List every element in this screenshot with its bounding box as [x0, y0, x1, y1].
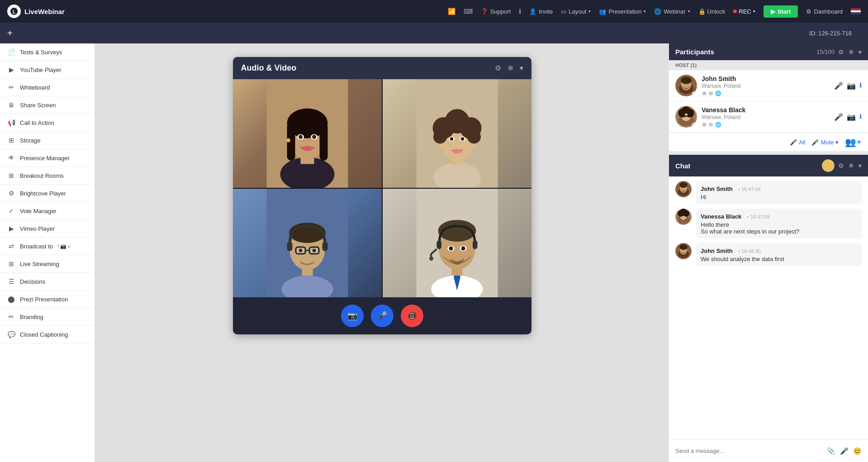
camera-action-vanessa[interactable]: 📷 [847, 113, 856, 121]
mute-button[interactable]: 🎤 Mute ▾ [811, 139, 839, 146]
video-cell-1 [233, 79, 382, 188]
video-chevron-icon[interactable]: ▾ [520, 64, 523, 72]
participants-pin-icon[interactable]: ❄ [849, 48, 854, 56]
support-nav[interactable]: ❓ Support [481, 8, 511, 15]
video-panel: Audio & Video ⚙ ❄ ▾ [233, 57, 531, 334]
svg-point-28 [452, 149, 462, 154]
hangup-button[interactable]: 📵 [401, 305, 423, 327]
chat-message-3: John Smith • 16:48:30 We should analyze … [675, 243, 862, 266]
add-participant-button[interactable]: 👥+ [845, 137, 862, 148]
chat-bubble-3: John Smith • 16:48:30 We should analyze … [696, 243, 862, 266]
webinar-nav[interactable]: 🌐 Webinar ▾ [654, 8, 690, 15]
start-button[interactable]: ▶ Start [764, 5, 798, 18]
svg-text:L: L [13, 9, 16, 14]
chat-pin-icon[interactable]: ❄ [849, 162, 854, 169]
participants-title: Participants [675, 48, 813, 56]
participant-actions-vanessa: 🎤 📷 ℹ [834, 113, 862, 121]
invite-nav[interactable]: 👤 Invite [529, 8, 553, 15]
vimeo-icon: ▶ [7, 225, 15, 232]
webinar-caret: ▾ [688, 9, 690, 14]
presentation-icon: 👥 [599, 8, 606, 15]
flag-icon[interactable] [851, 8, 861, 14]
participant-info-vanessa: Vanessa Black Warsaw, Poland 🖥 ⊞ 🌐 [702, 106, 830, 128]
svg-point-23 [467, 130, 481, 144]
sidebar-item-presence-manager[interactable]: 👁 Presence Manager [0, 149, 95, 167]
top-navigation: L LiveWebinar 📶 ⌨ ❓ Support ℹ 👤 Invite ▭… [0, 0, 868, 23]
sidebar-item-branding[interactable]: ✏ Branding [0, 308, 95, 326]
svg-point-13 [302, 146, 313, 151]
bottom-attachment-icon[interactable]: 📎 [827, 447, 835, 455]
closed-captioning-icon: 💬 [7, 331, 15, 338]
rec-dot-icon [733, 10, 737, 13]
dashboard-nav[interactable]: ⚙ Dashboard [806, 8, 843, 15]
sidebar-item-storage[interactable]: ⊞ Storage [0, 132, 95, 149]
info-action-vanessa[interactable]: ℹ [859, 113, 862, 121]
participant-location-john: Warsaw, Poland [702, 83, 830, 89]
presentation-nav[interactable]: 👥 Presentation ▾ [599, 8, 646, 15]
video-controls-bar: 📷 🎤 📵 [233, 297, 531, 334]
sidebar-item-broadcast[interactable]: ⇄ Broadcast to f 📸 v [0, 238, 95, 255]
chat-msg-header-1: John Smith • 16:47:04 [701, 185, 857, 193]
chat-avatar-john-1 [675, 181, 692, 197]
chat-panel-header: Chat ⚙ ❄ ▾ [669, 155, 868, 176]
svg-point-50 [461, 247, 465, 251]
mic-action-john[interactable]: 🎤 [834, 81, 843, 90]
bottom-chat-input[interactable] [675, 448, 822, 454]
rec-nav[interactable]: REC ▾ [733, 8, 755, 15]
mic-action-vanessa[interactable]: 🎤 [834, 113, 843, 121]
all-button[interactable]: 🎤 All [790, 139, 805, 146]
prezi-icon: ⬤ [7, 295, 15, 303]
chat-msg-header-2: Vanessa Black • 16:47:09 [701, 212, 857, 220]
camera-button[interactable]: 📷 [341, 305, 364, 327]
live-streaming-icon: ⊞ [7, 260, 15, 267]
sidebar-item-vote-manager[interactable]: ✓ Vote Manager [0, 202, 95, 220]
chat-avatar [822, 159, 835, 172]
sidebar-item-share-screen[interactable]: 🖥 Share Screen [0, 96, 95, 114]
video-panel-title: Audio & Video [241, 63, 495, 73]
right-panels: Participants 15/100 ⚙ ❄ ▾ HOST (1) [669, 43, 868, 462]
bottom-emoji-icon[interactable]: 😊 [853, 447, 862, 455]
chat-title: Chat [675, 162, 818, 170]
browser-device-icon-v: 🌐 [715, 122, 721, 128]
chat-settings-icon[interactable]: ⚙ [838, 162, 844, 169]
participant-name-vanessa: Vanessa Black [702, 106, 830, 114]
sidebar-item-prezi[interactable]: ⬤ Prezi Presentation [0, 291, 95, 308]
svg-point-53 [429, 257, 433, 261]
sidebar-item-call-to-action[interactable]: 📢 Call to Action [0, 114, 95, 132]
participants-settings-icon[interactable]: ⚙ [838, 48, 844, 56]
sidebar-item-brightcove-player[interactable]: ⚙ Brightcove Player [0, 185, 95, 202]
participant-row-vanessa: Vanessa Black Warsaw, Poland 🖥 ⊞ 🌐 🎤 📷 ℹ [669, 101, 868, 133]
logo[interactable]: L LiveWebinar [7, 5, 65, 18]
sidebar-item-breakout-rooms[interactable]: ⊞ Breakout Rooms [0, 167, 95, 185]
layout-nav[interactable]: ▭ Layout ▾ [561, 8, 591, 15]
info-icon[interactable]: ℹ [519, 8, 521, 15]
svg-point-65 [822, 159, 835, 172]
avatar-vanessa [675, 106, 697, 128]
content-area: Audio & Video ⚙ ❄ ▾ [95, 43, 669, 462]
chat-chevron-icon[interactable]: ▾ [859, 162, 862, 169]
video-pin-icon[interactable]: ❄ [508, 64, 513, 72]
add-widget-button[interactable]: + [7, 28, 13, 38]
info-action-john[interactable]: ℹ [859, 81, 862, 90]
bottom-mic-icon[interactable]: 🎤 [840, 447, 849, 455]
svg-point-64 [685, 114, 688, 116]
unlock-nav[interactable]: 🔒 Unlock [698, 8, 726, 15]
sidebar-item-youtube-player[interactable]: ▶ YouTube Player [0, 61, 95, 79]
microphone-button[interactable]: 🎤 [371, 305, 394, 327]
sidebar-item-whiteboard[interactable]: ✏ Whiteboard [0, 79, 95, 96]
svg-point-22 [433, 130, 447, 144]
camera-action-john[interactable]: 📷 [847, 81, 856, 90]
logo-text: LiveWebinar [24, 8, 65, 15]
start-icon: ▶ [771, 8, 775, 15]
sidebar-item-vimeo-player[interactable]: ▶ Vimeo Player [0, 220, 95, 238]
sidebar-item-tests-surveys[interactable]: 📄 Tests & Surveys [0, 43, 95, 61]
chat-bubble-1: John Smith • 16:47:04 Hi [696, 181, 862, 204]
video-settings-icon[interactable]: ⚙ [495, 64, 501, 72]
gear-icon: ⚙ [806, 8, 811, 15]
sidebar-item-decisions[interactable]: ☰ Decisions [0, 273, 95, 291]
sidebar-item-closed-captioning[interactable]: 💬 Closed Captioning [0, 326, 95, 343]
participants-chevron-icon[interactable]: ▾ [859, 48, 862, 56]
participants-count: 15/100 [816, 48, 835, 55]
support-icon: ❓ [481, 8, 488, 15]
sidebar-item-live-streaming[interactable]: ⊞ Live Streaming [0, 255, 95, 273]
